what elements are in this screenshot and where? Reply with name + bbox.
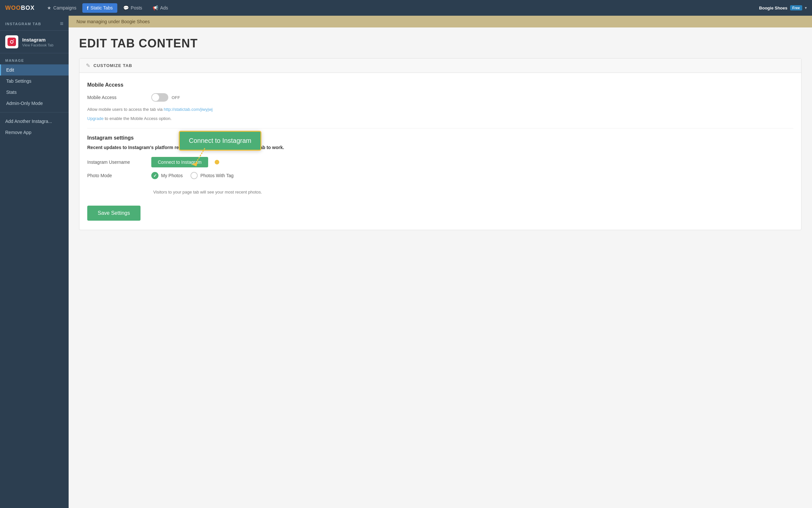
mobile-access-help: Allow mobile users to access the tab via… (87, 106, 794, 113)
upgrade-suffix: to enable the Mobile Access option. (103, 116, 172, 121)
save-settings-button[interactable]: Save Settings (87, 206, 140, 221)
sidebar-item-admin-only-mode[interactable]: Admin-Only Mode (0, 98, 69, 109)
star-icon: ★ (47, 5, 51, 10)
page-title: EDIT TAB CONTENT (79, 37, 802, 50)
ads-label: Ads (160, 5, 168, 10)
photo-mode-section: Photo Mode My Photos Photos With Tag (87, 172, 794, 195)
topnav-items: ★ Campaigns f Static Tabs 💬 Posts 📢 Ads (42, 3, 759, 13)
sidebar-app-section: Instagram View Facebook Tab (0, 31, 69, 53)
sidebar-app-info: Instagram View Facebook Tab (22, 37, 54, 47)
svg-marker-4 (192, 162, 198, 166)
managing-text: Now managing under Boogie Shoes (77, 19, 150, 24)
connect-highlight-container: Connect to Instagram (179, 131, 261, 151)
customize-card: ✎ CUSTOMIZE TAB Mobile Access Mobile Acc… (79, 58, 802, 230)
campaigns-label: Campaigns (53, 5, 77, 10)
sidebar-app-sub[interactable]: View Facebook Tab (22, 43, 54, 47)
mobile-access-row: Mobile Access OFF (87, 93, 794, 102)
posts-label: Posts (131, 5, 142, 10)
remove-app-label: Remove App (5, 130, 31, 135)
radio-photos-with-tag[interactable]: Photos With Tag (190, 172, 234, 179)
radio-my-photos-label: My Photos (161, 173, 183, 178)
sidebar-item-add-another[interactable]: Add Another Instagra... (0, 116, 69, 127)
topnav-right: Boogie Shoes Free ▾ (759, 5, 807, 10)
radio-my-photos-circle (151, 172, 159, 179)
svg-point-2 (13, 40, 14, 41)
mobile-access-url[interactable]: http://statictab.com/jiwyjwj (164, 107, 213, 112)
svg-rect-0 (7, 38, 16, 46)
radio-photos-with-tag-circle (190, 172, 198, 179)
mobile-access-section-title: Mobile Access (87, 82, 794, 88)
svg-line-3 (195, 148, 205, 164)
content-area: EDIT TAB CONTENT ✎ CUSTOMIZE TAB Mobile … (69, 28, 812, 508)
add-another-label: Add Another Instagra... (5, 119, 52, 124)
tab-settings-label: Tab Settings (6, 79, 31, 84)
main-content: Now managing under Boogie Shoes EDIT TAB… (69, 16, 812, 508)
section-divider (87, 128, 794, 128)
topnav: WOOBOX ★ Campaigns f Static Tabs 💬 Posts… (0, 0, 812, 16)
upgrade-link[interactable]: Upgrade (87, 116, 103, 121)
card-header: ✎ CUSTOMIZE TAB (79, 58, 801, 73)
topnav-ads[interactable]: 📢 Ads (148, 3, 173, 12)
sidebar-item-tab-settings[interactable]: Tab Settings (0, 76, 69, 87)
topnav-posts[interactable]: 💬 Posts (119, 3, 147, 12)
card-body: Mobile Access Mobile Access OFF Allow mo… (79, 73, 801, 230)
free-badge: Free (790, 5, 802, 10)
sidebar-section-label: INSTAGRAM TAB (5, 22, 41, 26)
megaphone-icon: 📢 (152, 5, 158, 10)
highlight-arrow (192, 148, 218, 168)
static-tabs-label: Static Tabs (91, 5, 113, 10)
radio-photos-with-tag-label: Photos With Tag (200, 173, 234, 178)
upgrade-text-wrap: Upgrade to enable the Mobile Access opti… (87, 115, 794, 122)
facebook-icon: f (87, 5, 89, 11)
managing-bar: Now managing under Boogie Shoes (69, 16, 812, 28)
sidebar: INSTAGRAM TAB ≡ (0, 16, 69, 508)
manage-section-label: MANAGE (0, 53, 69, 65)
logo[interactable]: WOOBOX (5, 5, 35, 11)
sidebar-item-remove-app[interactable]: Remove App (0, 127, 69, 138)
mobile-access-state: OFF (172, 95, 180, 100)
edit-pencil-icon: ✎ (86, 62, 90, 69)
mobile-access-help-text: Allow mobile users to access the tab via (87, 107, 164, 112)
instagram-username-label: Instagram Username (87, 160, 146, 165)
menu-icon[interactable]: ≡ (60, 20, 63, 27)
topnav-username: Boogie Shoes (759, 6, 787, 10)
topnav-dropdown-arrow[interactable]: ▾ (805, 6, 807, 10)
chat-icon: 💬 (123, 5, 129, 10)
radio-my-photos[interactable]: My Photos (151, 172, 183, 179)
topnav-static-tabs[interactable]: f Static Tabs (82, 3, 117, 13)
sidebar-item-stats[interactable]: Stats (0, 87, 69, 98)
instagram-username-annotation: Instagram Username Connect to Instagram … (87, 157, 794, 167)
topnav-campaigns[interactable]: ★ Campaigns (42, 3, 81, 12)
edit-label: Edit (6, 67, 14, 73)
photo-mode-row: Photo Mode My Photos Photos With Tag (87, 172, 234, 179)
mobile-access-label: Mobile Access (87, 95, 146, 100)
visitors-text: Visitors to your page tab will see your … (153, 189, 262, 195)
photo-mode-label: Photo Mode (87, 173, 146, 178)
mobile-access-toggle-wrap: OFF (151, 93, 180, 102)
layout: INSTAGRAM TAB ≡ (0, 16, 812, 508)
photo-mode-radio-group: My Photos Photos With Tag (151, 172, 234, 179)
card-header-title: CUSTOMIZE TAB (93, 63, 132, 68)
sidebar-header: INSTAGRAM TAB ≡ (0, 16, 69, 31)
sidebar-divider (0, 112, 69, 113)
sidebar-app-name: Instagram (22, 37, 54, 42)
admin-only-mode-label: Admin-Only Mode (6, 101, 43, 106)
instagram-app-icon (5, 35, 18, 48)
sidebar-item-edit[interactable]: Edit (0, 65, 69, 76)
stats-label: Stats (6, 90, 17, 95)
mobile-access-toggle[interactable] (151, 93, 168, 102)
connect-highlight-box[interactable]: Connect to Instagram (179, 131, 261, 151)
